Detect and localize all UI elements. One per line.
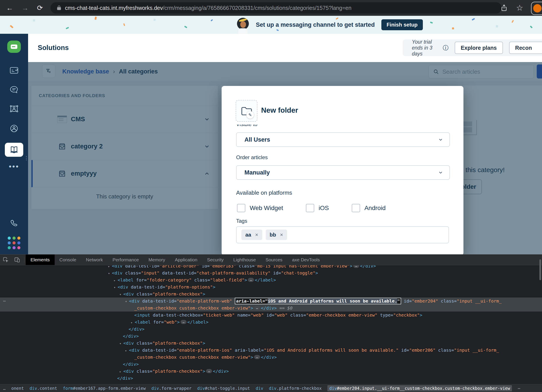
- checkbox-web-widget[interactable]: [237, 204, 245, 212]
- dom-crumb[interactable]: div: [256, 386, 263, 391]
- visible-to-value: All Users: [244, 136, 270, 143]
- devtools-scrollbar[interactable]: [539, 259, 541, 280]
- expand-arrow-icon[interactable]: ▸: [119, 368, 123, 375]
- dom-crumb[interactable]: form#ember167.app-form.ember-view: [63, 386, 146, 391]
- trial-bar: Your trial ends in 3 days ⓘ Explore plan…: [403, 39, 542, 56]
- expand-arrow-icon[interactable]: ▾: [119, 291, 123, 298]
- dom-crumb[interactable]: div#ember204.input.__ui-form__custom-che…: [327, 385, 512, 391]
- line-menu-icon[interactable]: ⋯: [3, 297, 6, 305]
- expand-arrow-icon[interactable]: ▾: [119, 340, 123, 347]
- code-line[interactable]: ▾<div class="platform-checkbox">: [0, 340, 542, 347]
- platforms-checkbox-row: Web WidgetiOSAndroid: [237, 204, 408, 212]
- code-line[interactable]: ▾<div data-test-id="platform-options">: [0, 283, 542, 291]
- collapsed-ellipsis[interactable]: …: [181, 320, 186, 324]
- collapsed-ellipsis[interactable]: …: [206, 369, 212, 373]
- expand-arrow-icon[interactable]: ▾: [114, 284, 118, 291]
- confetti-piece: [184, 26, 187, 28]
- sidebar-item-contacts[interactable]: [0, 104, 28, 113]
- dom-crumb[interactable]: onent: [11, 386, 24, 391]
- expand-arrow-icon[interactable]: ▾: [125, 298, 129, 305]
- reload-icon[interactable]: ⟳: [35, 0, 45, 16]
- remove-tag-icon[interactable]: ×: [280, 232, 283, 238]
- expand-arrow-icon[interactable]: ▸: [114, 277, 118, 284]
- url-bar[interactable]: cms-chat-teal-cats.int.myfreshworks.dev/…: [50, 2, 502, 14]
- folder-image-uploader[interactable]: ✎: [236, 100, 257, 122]
- attribute-edit-box[interactable]: aria-label="iOS and Android platforms wi…: [235, 298, 401, 304]
- expand-arrow-icon[interactable]: ▸: [131, 319, 135, 326]
- crumb-overflow-icon[interactable]: …: [3, 386, 5, 391]
- sidebar-item-knowledge-base[interactable]: [0, 143, 28, 157]
- remove-tag-icon[interactable]: ×: [255, 232, 258, 238]
- dom-crumb[interactable]: div.content: [30, 386, 57, 391]
- browser-profile-button[interactable]: [531, 2, 542, 15]
- collapsed-ellipsis[interactable]: …: [353, 265, 359, 268]
- devtools-tab-network[interactable]: Network: [81, 254, 108, 265]
- order-articles-select[interactable]: Manually: [236, 165, 450, 180]
- checkbox-ios[interactable]: [306, 204, 314, 212]
- code-line[interactable]: </div>: [0, 333, 542, 340]
- code-line[interactable]: </div>: [0, 326, 542, 333]
- collapsed-ellipsis[interactable]: …: [254, 306, 260, 310]
- sidebar-item-phone[interactable]: [0, 219, 28, 228]
- platform-label: Web Widget: [250, 205, 283, 212]
- code-line[interactable]: ▸<div data-test-id="enable-platform-ios"…: [0, 347, 542, 354]
- platform-option-android: Android: [352, 204, 386, 212]
- devtools-tab-performance[interactable]: Performance: [108, 254, 144, 265]
- info-icon[interactable]: ⓘ: [443, 44, 449, 52]
- devtools-tab-console[interactable]: Console: [55, 254, 81, 265]
- confetti-piece: [496, 25, 498, 28]
- expand-arrow-icon[interactable]: ▾: [108, 270, 112, 277]
- code-line[interactable]: ▸<label for="folder-category" class="lab…: [0, 276, 542, 283]
- devtools-tab-memory[interactable]: Memory: [144, 254, 170, 265]
- dom-crumb[interactable]: div.platform-checkbox: [269, 386, 322, 391]
- edit-pencil-icon: ✎: [246, 111, 254, 119]
- banner-message: Set up a messaging channel to get starte…: [256, 21, 375, 28]
- code-line[interactable]: <input data-test-checkbox="ticket-web" n…: [0, 312, 542, 318]
- device-toolbar-icon[interactable]: [11, 254, 23, 265]
- code-line[interactable]: ⋯▾<div data-test-id="enable-platform-web…: [0, 297, 542, 305]
- devtools-tab-elements[interactable]: Elements: [26, 254, 55, 265]
- share-icon[interactable]: [501, 0, 507, 16]
- checkbox-android[interactable]: [352, 204, 360, 212]
- code-line[interactable]: _custom-checkbox custom-checkbox ember-v…: [0, 354, 542, 361]
- app-logo[interactable]: [0, 41, 28, 53]
- code-line[interactable]: ▾<div class="input" data-test-id="chat-p…: [0, 270, 542, 276]
- sidebar-item-inbox[interactable]: [0, 66, 28, 75]
- code-line[interactable]: _custom-checkbox custom-checkbox ember-v…: [0, 305, 542, 312]
- code-line[interactable]: ▸<div data-test-id="article-order" id="e…: [0, 265, 542, 270]
- trial-note: Your trial ends in 3 days: [412, 39, 440, 57]
- expand-arrow-icon[interactable]: ▸: [125, 347, 129, 354]
- devtools-tab-sources[interactable]: Sources: [261, 254, 287, 265]
- explore-plans-button[interactable]: Explore plans: [455, 42, 503, 54]
- visible-to-select[interactable]: All Users: [236, 132, 450, 147]
- dom-crumb[interactable]: div.form-wrapper: [152, 386, 192, 391]
- collapsed-ellipsis[interactable]: …: [248, 278, 254, 282]
- code-line[interactable]: </div>: [0, 361, 542, 368]
- sidebar-item-customers[interactable]: [0, 124, 28, 133]
- code-line[interactable]: </div>: [0, 375, 542, 382]
- sidebar-item-conversations[interactable]: [0, 85, 28, 94]
- devtools-tab-security[interactable]: Security: [202, 254, 228, 265]
- crumb-overflow-icon[interactable]: ⋯: [518, 386, 520, 391]
- code-line[interactable]: ▾<div class="platform-checkbox">: [0, 291, 542, 297]
- phone-icon: [9, 219, 19, 228]
- back-icon[interactable]: ←: [4, 0, 15, 16]
- expand-arrow-icon[interactable]: ▸: [108, 265, 112, 270]
- dom-crumb[interactable]: div#chat-toggle.input: [197, 386, 250, 391]
- order-articles-value: Manually: [244, 169, 270, 176]
- collapsed-ellipsis[interactable]: …: [254, 355, 260, 359]
- partial-right-button[interactable]: Recon: [509, 42, 542, 54]
- inspect-element-icon[interactable]: [0, 254, 11, 265]
- devtools-tab-axe-devtools[interactable]: axe DevTools: [287, 254, 325, 265]
- sidebar-item-more[interactable]: •••: [0, 164, 28, 169]
- tags-input[interactable]: aa×bb×: [236, 226, 449, 243]
- code-line[interactable]: ▸<label for="web">…</label>: [0, 318, 542, 326]
- chevron-down-icon: [438, 170, 443, 175]
- sidebar-item-apps[interactable]: [0, 237, 28, 249]
- bookmark-star-icon[interactable]: ☆: [516, 0, 523, 16]
- devtools-tab-lighthouse[interactable]: Lighthouse: [228, 254, 261, 265]
- devtools-tab-application[interactable]: Application: [170, 254, 202, 265]
- forward-icon[interactable]: →: [20, 0, 30, 16]
- finish-setup-button[interactable]: Finish setup: [381, 19, 423, 30]
- code-line[interactable]: ▸<div class="platform-checkbox">…</div>: [0, 368, 542, 375]
